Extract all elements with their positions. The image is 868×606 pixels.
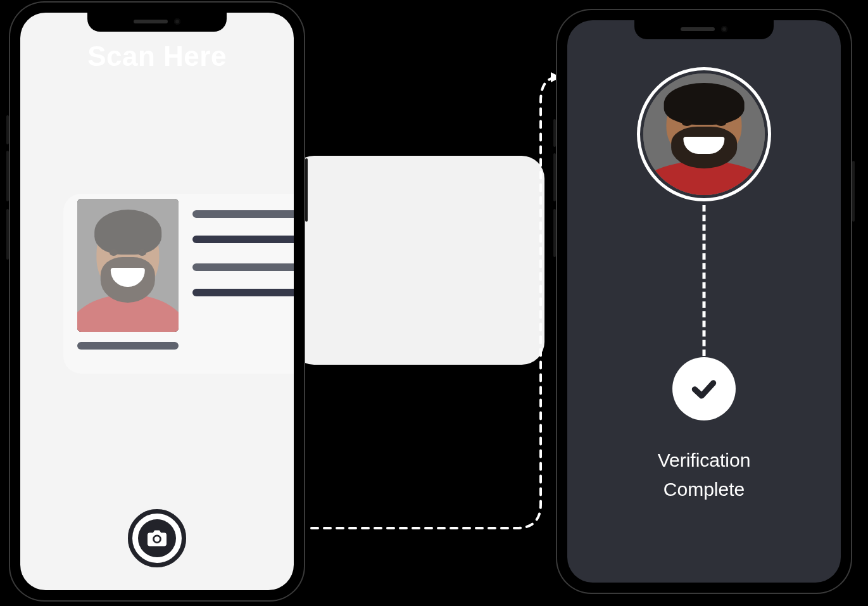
- phone-verified: Verification Complete: [556, 9, 852, 594]
- id-card-front: [63, 194, 294, 374]
- verification-status: Verification Complete: [567, 446, 841, 504]
- power-button: [852, 161, 855, 222]
- status-line-2: Complete: [567, 475, 841, 504]
- phone-scan: Scan Here: [9, 1, 305, 602]
- phone-notch: [634, 20, 774, 39]
- progress-connector: [703, 205, 706, 356]
- volume-button: [6, 151, 9, 201]
- verify-screen: Verification Complete: [567, 20, 841, 583]
- camera-shutter-button[interactable]: [128, 509, 186, 567]
- id-text-lines: [192, 210, 294, 314]
- id-line: [192, 289, 294, 296]
- user-portrait: [643, 73, 765, 195]
- success-badge: [672, 357, 736, 420]
- diagram-stage: Scan Here: [0, 0, 868, 606]
- user-portrait: [77, 199, 179, 332]
- phone-notch: [87, 13, 227, 32]
- id-line: [192, 263, 294, 271]
- id-card-back: [291, 156, 544, 365]
- status-line-1: Verification: [567, 446, 841, 475]
- check-icon: [690, 375, 718, 403]
- verified-avatar: [637, 67, 771, 201]
- id-caption-line: [77, 342, 179, 350]
- id-line: [192, 210, 294, 218]
- volume-button: [6, 209, 9, 260]
- scan-screen: Scan Here: [20, 13, 294, 590]
- camera-icon: [148, 530, 167, 546]
- volume-button: [6, 115, 9, 144]
- power-button: [305, 158, 308, 222]
- id-line: [192, 236, 294, 243]
- volume-button: [553, 153, 556, 201]
- volume-button: [553, 119, 556, 147]
- id-photo: [77, 199, 179, 332]
- volume-button: [553, 209, 556, 257]
- scan-title: Scan Here: [20, 41, 294, 72]
